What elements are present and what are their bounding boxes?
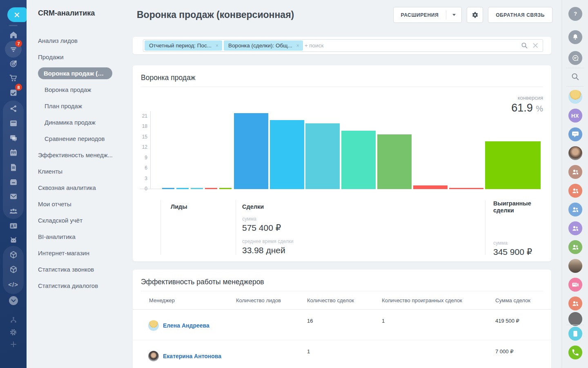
sidebar-more-button[interactable] — [0, 295, 27, 306]
menu-item-14[interactable]: Статистика звонков — [38, 261, 133, 277]
people-avatar[interactable] — [568, 221, 582, 235]
sidebar-item-mail[interactable] — [0, 192, 27, 201]
chat-people-avatar[interactable] — [568, 127, 582, 141]
sidebar-item-contacts[interactable] — [0, 221, 27, 231]
sidebar-item-messenger[interactable] — [0, 133, 27, 143]
cube-icon — [9, 265, 18, 274]
funnel-bar-3[interactable] — [205, 188, 217, 189]
people-avatar[interactable] — [568, 165, 582, 179]
menu-item-10[interactable]: Мои отчеты — [38, 196, 133, 212]
manager-name-link[interactable]: Екатерина Антонова — [163, 353, 221, 359]
chat-lines-icon[interactable] — [568, 51, 582, 65]
funnel-bar-10[interactable] — [413, 185, 448, 189]
help-icon[interactable]: ? — [568, 7, 582, 21]
chip-close-icon[interactable]: × — [216, 43, 218, 49]
menu-item-5[interactable]: Динамика продаж — [38, 114, 133, 130]
sidebar-add-button[interactable] — [0, 341, 27, 348]
filter-chip-funnel[interactable]: Воронка (сделки): Общ... × — [224, 40, 303, 51]
menu-item-3[interactable]: Воронка продаж — [38, 81, 133, 98]
extensions-button[interactable]: РАСШИРЕНИЯ — [393, 7, 462, 23]
menu-item-1[interactable]: Продажи — [38, 49, 133, 65]
page-title: Воронка продаж (конверсионная) — [137, 9, 294, 20]
sidebar-item-product-2[interactable] — [0, 265, 27, 274]
metric-won: Выигранные сделки сумма 345 900 ₽ — [493, 200, 532, 257]
menu-item-12[interactable]: BI-аналитика — [38, 228, 133, 245]
sidebar-item-feed[interactable] — [0, 118, 27, 128]
sidebar-item-bot[interactable] — [0, 236, 27, 245]
y-tick-label: 21 — [133, 113, 147, 119]
managers-table-card: Эффективность работы менеджеров Менеджер… — [133, 270, 551, 368]
avatar-hx[interactable]: HX — [568, 109, 582, 123]
menu-item-6[interactable]: Сравнение периодов — [38, 130, 133, 147]
funnel-bar-5[interactable] — [234, 113, 268, 189]
close-menu-button[interactable] — [7, 7, 27, 22]
menu-item-0[interactable]: Анализ лидов — [38, 32, 133, 49]
people-avatar[interactable] — [568, 184, 582, 198]
search-icon[interactable] — [521, 42, 528, 49]
people-avatar[interactable] — [568, 203, 582, 216]
sidebar-item-calendar[interactable] — [0, 148, 27, 158]
funnel-chart[interactable]: 036912151821 — [133, 110, 551, 189]
bell-icon[interactable] — [568, 30, 582, 44]
menu-item-7[interactable]: Эффективность менедж... — [38, 147, 133, 163]
people-avatar[interactable] — [568, 297, 582, 310]
manager-name-link[interactable]: Елена Андреева — [163, 322, 209, 329]
extensions-dropdown[interactable] — [446, 10, 461, 20]
sidebar-item-company[interactable] — [0, 206, 27, 216]
funnel-bar-7[interactable] — [305, 123, 340, 189]
avatar-standing[interactable] — [568, 259, 582, 273]
sidebar-item-tasks[interactable] — [0, 88, 27, 98]
menu-item-15[interactable]: Статистика диалогов — [38, 277, 133, 294]
funnel-bar-1[interactable] — [176, 188, 189, 189]
menu-item-label: Сравнение периодов — [45, 135, 105, 142]
avatar-glasses[interactable] — [568, 146, 582, 160]
sidebar-item-drive[interactable] — [0, 177, 27, 187]
app-window: 7 8 — [0, 0, 588, 368]
contact-card-icon — [9, 221, 18, 231]
funnel-bar-11[interactable] — [449, 188, 483, 189]
metric-leads: Лиды — [171, 203, 187, 210]
sidebar-item-sitemap[interactable] — [0, 316, 27, 323]
crm-badge: 7 — [15, 40, 22, 47]
menu-item-13[interactable]: Интернет-магазин — [38, 245, 133, 261]
filter-chip-period[interactable]: Отчетный период: Пос... × — [145, 40, 222, 51]
filter-field[interactable]: Отчетный период: Пос... × Воронка (сделк… — [143, 39, 543, 52]
search-input[interactable] — [305, 42, 521, 49]
search-icon[interactable] — [568, 70, 582, 84]
funnel-bar-6[interactable] — [270, 120, 304, 189]
manager-row-0[interactable]: Елена Андреева — [148, 320, 209, 331]
call-avatar[interactable] — [568, 346, 582, 359]
funnel-bar-4[interactable] — [219, 188, 232, 189]
sidebar-item-network[interactable] — [0, 104, 27, 114]
people-avatar[interactable] — [568, 240, 582, 254]
search-icon — [571, 72, 580, 81]
sidebar-item-goals[interactable] — [0, 59, 27, 69]
sidebar-item-developer[interactable]: </> — [0, 281, 27, 288]
settings-button[interactable] — [467, 7, 483, 23]
feedback-button[interactable]: ОБРАТНАЯ СВЯЗЬ — [488, 7, 552, 23]
y-tick-label: 6 — [133, 165, 147, 171]
funnel-bar-12[interactable] — [485, 141, 541, 189]
sidebar-item-home[interactable] — [0, 30, 27, 40]
avatar-blonde[interactable] — [568, 90, 582, 104]
avatar-partial[interactable] — [568, 312, 582, 326]
clear-filter-icon[interactable] — [532, 42, 539, 49]
funnel-bar-9[interactable] — [377, 134, 412, 189]
chip-close-icon[interactable]: × — [296, 43, 299, 49]
menu-item-9[interactable]: Сквозная аналитика — [38, 179, 133, 196]
device-avatar[interactable] — [568, 327, 582, 341]
sidebar-item-product-1[interactable] — [0, 250, 27, 260]
menu-item-8[interactable]: Клиенты — [38, 163, 133, 179]
manager-row-1[interactable]: Екатерина Антонова — [148, 351, 221, 361]
funnel-bar-0[interactable] — [162, 188, 174, 189]
funnel-bar-8[interactable] — [341, 131, 376, 189]
sidebar-item-documents[interactable] — [0, 163, 27, 172]
photo-card-avatar[interactable] — [568, 278, 582, 292]
sidebar-item-shop[interactable] — [0, 73, 27, 83]
funnel-bar-2[interactable] — [191, 188, 203, 189]
sidebar-settings-button[interactable] — [0, 328, 27, 336]
menu-item-4[interactable]: План продаж — [38, 98, 133, 114]
menu-item-2[interactable]: Воронка продаж (ко... — [38, 65, 133, 81]
menu-item-11[interactable]: Складской учёт — [38, 212, 133, 228]
sidebar-item-crm[interactable] — [0, 45, 27, 54]
